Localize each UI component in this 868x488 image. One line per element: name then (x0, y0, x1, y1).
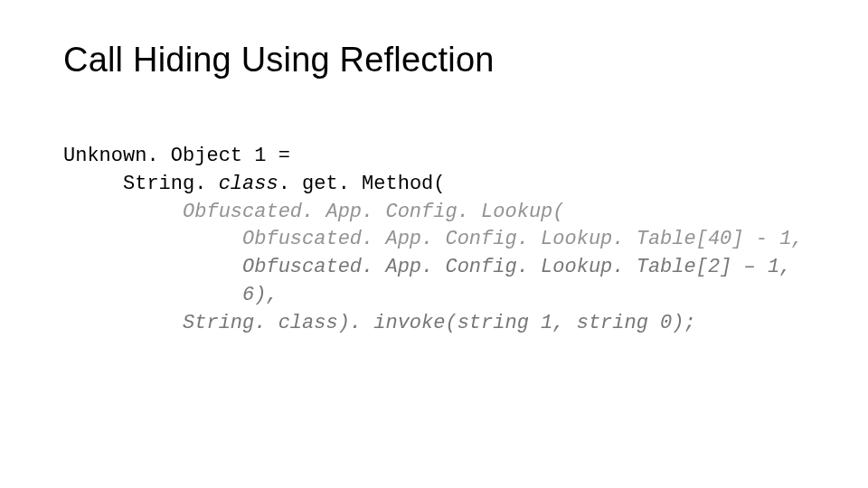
code-line-6: 6), (63, 284, 278, 306)
code-line-1: Unknown. Object 1 = (63, 145, 290, 167)
slide: Call Hiding Using Reflection Unknown. Ob… (0, 0, 868, 488)
code-line-5: Obfuscated. App. Config. Lookup. Table[2… (63, 256, 791, 278)
code-line-4: Obfuscated. App. Config. Lookup. Table[4… (63, 228, 804, 250)
code-line-2c: . get. Method( (278, 173, 446, 195)
code-line-3: Obfuscated. App. Config. Lookup( (63, 201, 565, 223)
page-title: Call Hiding Using Reflection (63, 41, 832, 80)
code-line-2b: class (219, 173, 278, 195)
code-line-7: String. class). invoke(string 1, string … (63, 312, 696, 334)
code-line-2a: String. (63, 173, 219, 195)
code-block: Unknown. Object 1 = String. class. get. … (63, 143, 832, 338)
